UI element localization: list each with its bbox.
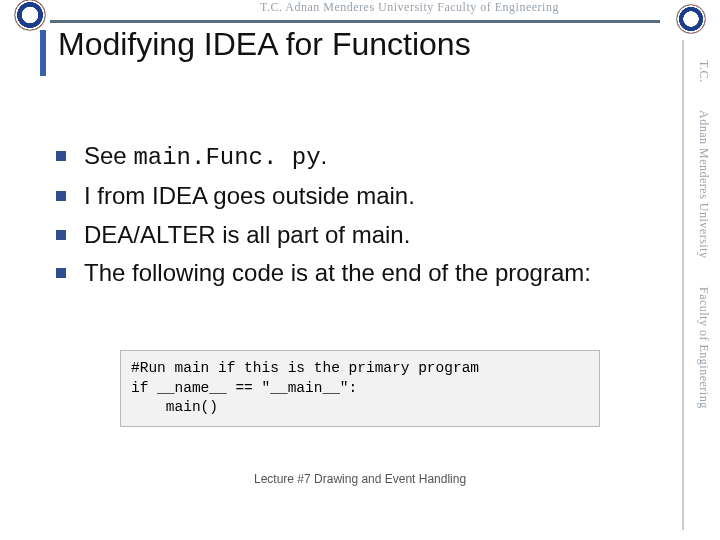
- title-block: Modifying IDEA for Functions: [40, 26, 471, 76]
- bullet-text: See main.Func. py.: [84, 140, 640, 174]
- banner-right: T.C. Adnan Menderes University Faculty o…: [690, 60, 716, 530]
- bullet-square-icon: [56, 151, 66, 161]
- code-block: #Run main if this is the primary program…: [120, 350, 600, 427]
- banner-right-seg: T.C.: [696, 60, 711, 82]
- banner-right-seg: Faculty of Engineering: [696, 287, 711, 409]
- banner-top-text: T.C. Adnan Menderes University Faculty o…: [260, 0, 559, 15]
- university-emblem-right-icon: [676, 4, 706, 34]
- bullet-square-icon: [56, 268, 66, 278]
- list-item: I from IDEA goes outside main.: [56, 180, 640, 212]
- bullet-text: DEA/ALTER is all part of main.: [84, 219, 640, 251]
- right-rule: [682, 40, 684, 530]
- code-line: #Run main if this is the primary program: [131, 360, 479, 376]
- list-item: See main.Func. py.: [56, 140, 640, 174]
- bullet-post: .: [321, 142, 328, 169]
- list-item: The following code is at the end of the …: [56, 257, 640, 289]
- bullet-text: I from IDEA goes outside main.: [84, 180, 640, 212]
- banner-right-seg: Adnan Menderes University: [696, 110, 711, 258]
- bullet-text: The following code is at the end of the …: [84, 257, 640, 289]
- bullet-square-icon: [56, 191, 66, 201]
- code-line: main(): [131, 399, 218, 415]
- bullet-list: See main.Func. py. I from IDEA goes outs…: [56, 140, 640, 296]
- list-item: DEA/ALTER is all part of main.: [56, 219, 640, 251]
- title-rule: [50, 20, 660, 23]
- bullet-square-icon: [56, 230, 66, 240]
- footer-text: Lecture #7 Drawing and Event Handling: [254, 472, 484, 487]
- bullet-code: main.Func. py: [133, 144, 320, 171]
- bullet-pre: See: [84, 142, 133, 169]
- code-line: if __name__ == "__main__":: [131, 380, 357, 396]
- slide: T.C. Adnan Menderes University Faculty o…: [0, 0, 720, 540]
- title-accent-bar: [40, 30, 46, 76]
- banner-top: T.C. Adnan Menderes University Faculty o…: [0, 0, 720, 18]
- page-title: Modifying IDEA for Functions: [58, 26, 471, 63]
